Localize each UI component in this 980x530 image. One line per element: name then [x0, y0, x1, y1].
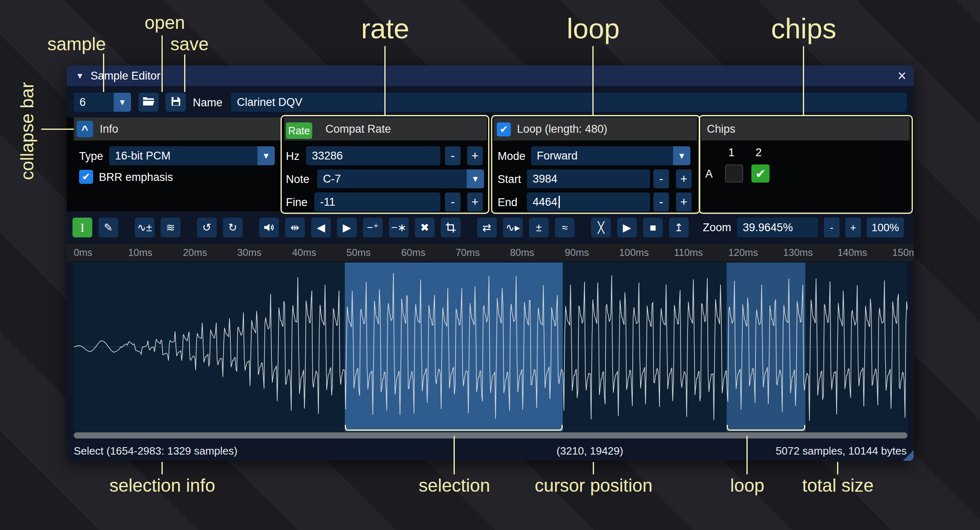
- brr-emphasis-label: BRR emphasis: [99, 171, 173, 184]
- sample-select-value: 6: [80, 96, 86, 109]
- window-collapse-icon[interactable]: ▼: [76, 71, 84, 81]
- apply-silence-icon[interactable]: −∗: [389, 218, 409, 237]
- timeline-label: 150ms: [892, 247, 914, 258]
- save-floppy-icon: [170, 96, 182, 109]
- annotation-sample: sample: [27, 34, 126, 54]
- timeline-label: 30ms: [237, 247, 262, 258]
- cursor-position-text: (3210, 19429): [557, 445, 623, 457]
- redo-icon[interactable]: ↻: [223, 218, 243, 237]
- annotation-line-total-size: [837, 462, 838, 474]
- titlebar[interactable]: ▼ Sample Editor ×: [67, 66, 914, 86]
- zoom-out-button[interactable]: -: [824, 218, 840, 237]
- annotation-save: save: [148, 34, 231, 54]
- save-button[interactable]: [166, 93, 186, 112]
- zoom-in-button[interactable]: +: [845, 218, 861, 237]
- zoom-controls: Zoom 39.9645% - + 100%: [703, 218, 904, 237]
- zoom-label: Zoom: [703, 221, 731, 234]
- timeline-label: 0ms: [74, 247, 92, 258]
- resize-grip[interactable]: [903, 450, 914, 461]
- selection-info-text: Select (1654-2983: 1329 samples): [74, 445, 237, 457]
- chips-panel-outline: [699, 115, 913, 214]
- info-collapse-button[interactable]: ^: [77, 121, 93, 137]
- timeline-label: 50ms: [346, 247, 371, 258]
- sign-flip-icon[interactable]: ±: [529, 218, 549, 237]
- annotation-line-open: [161, 35, 163, 92]
- timeline-label: 70ms: [456, 247, 480, 258]
- open-button[interactable]: [138, 93, 159, 112]
- timeline-ruler[interactable]: 0ms 10ms 20ms 30ms 40ms 50ms 60ms 70ms 8…: [67, 244, 914, 261]
- crossfade-icon[interactable]: ╳: [591, 218, 611, 237]
- name-input[interactable]: Clarinet DQV: [231, 93, 907, 112]
- reverse-icon[interactable]: ⇄: [477, 218, 497, 237]
- timeline-label: 10ms: [128, 247, 152, 258]
- stop-preview-icon[interactable]: ■: [643, 218, 663, 237]
- timeline-label: 130ms: [783, 247, 813, 258]
- annotation-line-cursor-position: [593, 462, 594, 474]
- annotation-line-loop-bottom: [746, 436, 748, 474]
- wavetable-icon[interactable]: ≋: [161, 218, 180, 237]
- annotation-line-chips: [803, 46, 804, 115]
- annotation-chips: chips: [742, 12, 865, 45]
- annotation-loop: loop: [531, 12, 655, 45]
- annotation-line-collapse-bar: [41, 129, 74, 130]
- type-select-arrow-icon[interactable]: ▼: [257, 146, 275, 165]
- name-label: Name: [193, 96, 222, 109]
- fade-in-icon[interactable]: ◀: [311, 218, 331, 237]
- trim-icon[interactable]: [441, 218, 461, 237]
- type-select[interactable]: 16-bit PCM ▼: [109, 146, 275, 165]
- preview-icon[interactable]: ▶: [617, 218, 637, 237]
- window-title: Sample Editor: [91, 70, 161, 82]
- timeline-label: 120ms: [728, 247, 758, 258]
- timeline-label: 140ms: [837, 247, 867, 258]
- annotation-line-selection: [454, 436, 455, 474]
- waveform-view[interactable]: [74, 263, 907, 432]
- annotation-line-sample: [103, 54, 104, 92]
- info-panel-header: Info: [74, 117, 281, 141]
- edit-cursor-icon[interactable]: I: [73, 218, 92, 237]
- timeline-label: 80ms: [510, 247, 534, 258]
- undo-icon[interactable]: ↺: [197, 218, 217, 237]
- sample-select[interactable]: 6 ▼: [74, 93, 131, 112]
- zoom-reset-button[interactable]: 100%: [867, 218, 904, 237]
- timeline-label: 110ms: [674, 247, 703, 258]
- annotation-line-selection-info: [161, 462, 163, 474]
- loop-panel-outline: [491, 115, 700, 214]
- amplify-icon[interactable]: [259, 218, 279, 237]
- zoom-input[interactable]: 39.9645%: [737, 218, 818, 237]
- sample-toolbar: I ✎ ∿± ≋ ↺ ↻ ⇹ ◀ ▶ −⁺ −∗ ✖ ⇄ ∿▸ ± ≈ ╳ ▶ …: [73, 218, 689, 237]
- delete-icon[interactable]: ✖: [415, 218, 435, 237]
- annotation-selection-info: selection info: [101, 475, 224, 496]
- selection-annotation-bracket: [345, 425, 563, 431]
- info-panel-title: Info: [100, 123, 118, 136]
- annotation-cursor-position: cursor position: [532, 475, 655, 496]
- annotation-rate: rate: [323, 12, 447, 45]
- waveform-scrollbar[interactable]: [74, 432, 907, 439]
- invert-icon[interactable]: ∿▸: [503, 218, 523, 237]
- close-icon[interactable]: ×: [898, 69, 906, 83]
- open-folder-icon: [143, 96, 155, 108]
- draw-icon[interactable]: ✎: [98, 218, 118, 237]
- sample-select-arrow-icon[interactable]: ▼: [114, 93, 131, 112]
- status-bar: Select (1654-2983: 1329 samples) (3210, …: [67, 439, 914, 461]
- upload-icon[interactable]: ↥: [669, 218, 689, 237]
- type-select-value: 16-bit PCM: [115, 150, 171, 162]
- annotation-total-size: total size: [776, 475, 900, 496]
- total-size-text: 5072 samples, 10144 bytes: [776, 445, 907, 457]
- annotation-open: open: [124, 12, 206, 33]
- rate-panel-outline: [281, 115, 489, 214]
- fade-out-icon[interactable]: ▶: [337, 218, 357, 237]
- annotation-line-save: [184, 54, 185, 92]
- annotation-line-loop: [592, 46, 594, 115]
- name-input-value: Clarinet DQV: [237, 96, 302, 109]
- timeline-label: 20ms: [183, 247, 207, 258]
- resample-icon[interactable]: ∿±: [135, 218, 154, 237]
- filter-icon[interactable]: ≈: [555, 218, 575, 237]
- timeline-label: 90ms: [565, 247, 589, 258]
- waveform-plot: [74, 263, 907, 432]
- insert-silence-icon[interactable]: −⁺: [363, 218, 383, 237]
- timeline-label: 60ms: [401, 247, 426, 258]
- annotation-line-rate: [384, 46, 386, 115]
- timeline-label: 40ms: [292, 247, 316, 258]
- brr-emphasis-checkbox[interactable]: ✔: [79, 170, 93, 184]
- resize-icon[interactable]: ⇹: [285, 218, 305, 237]
